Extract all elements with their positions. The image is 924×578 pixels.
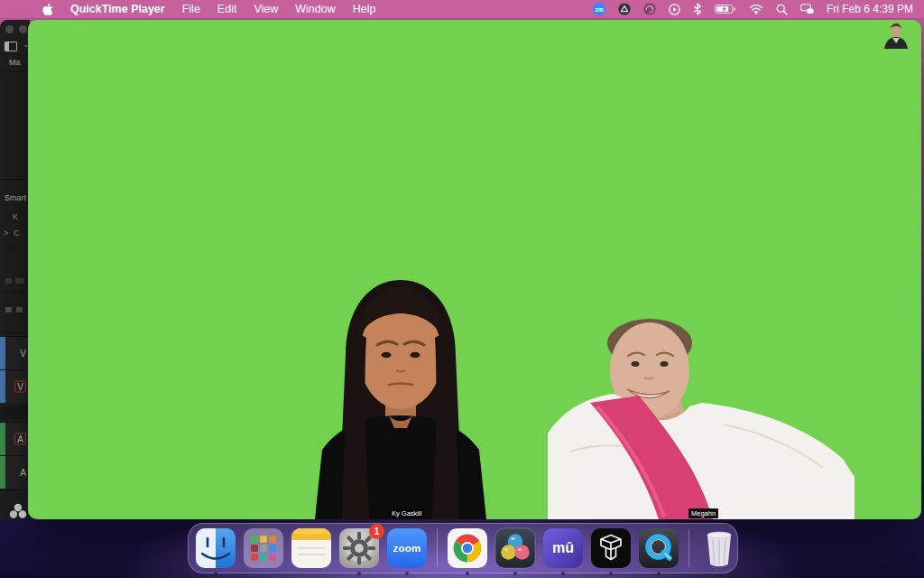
dock-finder-icon[interactable]	[195, 527, 236, 569]
mini-participant-avatar	[880, 22, 912, 49]
battery-icon[interactable]	[715, 4, 736, 14]
timeline-track-a1[interactable]: A	[0, 422, 30, 455]
audio-clip[interactable]	[0, 456, 5, 489]
quicktime-player-window[interactable]: Ky Gaskill Megahn	[28, 20, 921, 519]
participant-name-tag: Ky Gaskill	[389, 508, 424, 518]
timeline-tool-icon[interactable]	[5, 307, 12, 312]
zoom-wordmark: zoom	[386, 527, 428, 569]
keyword-label[interactable]: K	[13, 212, 18, 221]
bin-label-master[interactable]: Ma	[9, 58, 21, 67]
menu-window[interactable]: Window	[295, 3, 335, 15]
menu-bar: QuickTime Player File Edit View Window H…	[0, 0, 924, 18]
participant-ky-gaskill-figure	[288, 273, 513, 519]
timeline-track-v1[interactable]: V	[0, 369, 30, 403]
menu-file[interactable]: File	[182, 3, 200, 15]
collection-label[interactable]: C	[14, 228, 20, 238]
dock-davinci-resolve-icon[interactable]	[494, 527, 536, 569]
bluetooth-icon[interactable]	[693, 3, 702, 15]
timeline-track-v2[interactable]: V	[0, 336, 30, 369]
timeline-tool-icon[interactable]	[16, 307, 23, 312]
dock-launchpad-icon[interactable]	[243, 527, 284, 569]
davinci-resolve-logo-icon	[7, 502, 29, 520]
control-center-icon[interactable]	[800, 4, 814, 14]
search-icon[interactable]	[776, 4, 788, 15]
disclosure-chevron[interactable]: >	[4, 228, 8, 238]
toolbar-icon[interactable]	[5, 278, 12, 284]
participant-name-tag: Megahn	[688, 508, 718, 518]
video-clip[interactable]	[0, 337, 5, 369]
dock-divider	[437, 529, 438, 567]
participant-megahn-figure	[543, 316, 855, 519]
window-close-button[interactable]	[5, 25, 14, 33]
dock-system-settings-icon[interactable]: 1	[338, 527, 380, 569]
davinci-resolve-window[interactable]: ⌄ Ma Smart K > C V V A A	[0, 20, 30, 519]
dock-3d-model-app-icon[interactable]	[590, 527, 632, 569]
creative-cloud-icon[interactable]	[643, 3, 656, 15]
window-minimize-button[interactable]	[19, 25, 27, 33]
dock-quicktime-icon[interactable]	[638, 527, 679, 569]
menu-view[interactable]: View	[254, 3, 278, 15]
menu-edit[interactable]: Edit	[217, 3, 237, 15]
dock-trash-icon[interactable]	[698, 527, 740, 569]
dock-musescore-icon[interactable]: mû	[542, 527, 584, 569]
wifi-icon[interactable]	[749, 4, 763, 14]
dock-chrome-icon[interactable]	[447, 527, 488, 569]
dock-notes-icon[interactable]	[291, 527, 332, 569]
dock-divider	[688, 529, 689, 567]
audio-clip[interactable]	[0, 423, 5, 455]
smart-bins-label[interactable]: Smart	[5, 193, 26, 202]
video-clip[interactable]	[0, 370, 5, 403]
zoom-menubar-icon[interactable]: zm	[593, 3, 605, 15]
active-app-name[interactable]: QuickTime Player	[70, 3, 165, 15]
notification-badge: 1	[369, 524, 384, 539]
menu-help[interactable]: Help	[353, 3, 376, 15]
apple-menu-icon[interactable]	[42, 3, 53, 16]
toolbar-icon[interactable]	[15, 278, 24, 284]
play-circle-status-icon[interactable]	[669, 4, 680, 15]
musescore-wordmark: mû	[542, 527, 584, 569]
dock-zoom-icon[interactable]: zoom	[386, 527, 428, 569]
triangle-circle-status-icon[interactable]	[618, 3, 631, 15]
media-pool-panel-icon[interactable]	[5, 42, 17, 51]
dock: 1 zoom	[188, 523, 738, 573]
menubar-clock[interactable]: Fri Feb 6 4:39 PM	[827, 3, 913, 15]
timeline-track-a2[interactable]: A	[0, 455, 30, 489]
desktop: QuickTime Player File Edit View Window H…	[0, 0, 924, 578]
